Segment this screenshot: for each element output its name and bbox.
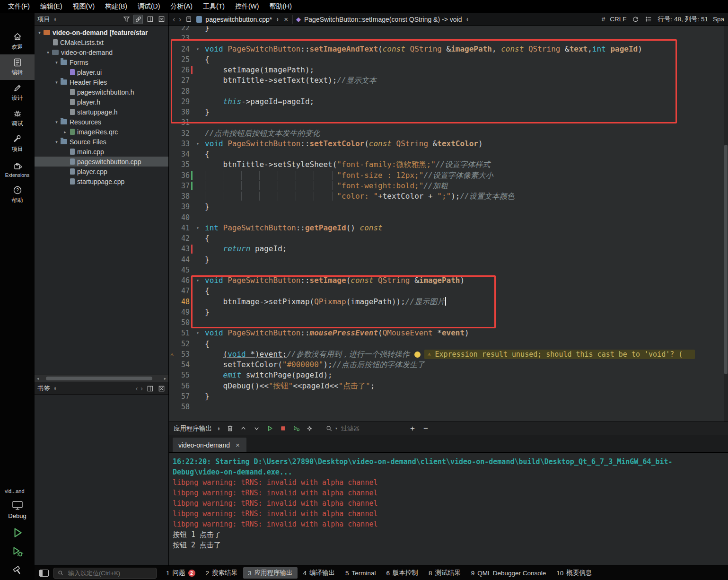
lightbulb-icon[interactable] (414, 352, 421, 358)
tree-item[interactable]: main.cpp (35, 147, 168, 157)
code-editor[interactable]: 22}2324▾void PageSwitchButton::setImageA… (169, 26, 728, 422)
prev-item-icon[interactable] (239, 424, 247, 433)
menu-item[interactable]: 文件(F) (3, 0, 35, 13)
run-button[interactable] (11, 525, 24, 540)
close-document-icon[interactable]: × (283, 15, 289, 23)
pane-button-6[interactable]: 6版本控制 (382, 567, 423, 579)
tree-expander-icon[interactable]: ▾ (53, 140, 60, 144)
filter-icon[interactable] (122, 15, 131, 24)
code-line[interactable]: 22} (169, 26, 728, 33)
zoom-out-button[interactable]: − (421, 424, 430, 433)
tree-item[interactable]: CMakeLists.txt (35, 37, 168, 47)
outline-icon[interactable] (644, 15, 653, 24)
pane-combo-icon[interactable] (53, 18, 57, 21)
fold-marker-icon[interactable]: ▾ (194, 44, 202, 54)
code-line[interactable]: 50 (169, 317, 728, 328)
symbol-selector[interactable]: PageSwitchButton::setImage(const QString… (304, 16, 462, 23)
bookmarks-pane-title[interactable]: 书签 (37, 384, 50, 393)
next-bookmark-icon[interactable]: › (140, 385, 143, 392)
tree-expander-icon[interactable]: ▾ (53, 120, 60, 124)
code-line[interactable]: 39} (169, 202, 728, 212)
close-tab-icon[interactable]: × (235, 441, 241, 449)
tree-item[interactable]: ▾Resources (35, 117, 168, 127)
code-line[interactable]: 54 setTextColor("#000000");//点击后按钮的字体发生了 (169, 360, 728, 370)
pane-button-10[interactable]: 10概要信息 (552, 567, 596, 579)
split-icon[interactable] (146, 384, 154, 393)
tree-item[interactable]: startuppage.cpp (35, 176, 168, 186)
run-icon[interactable] (265, 424, 274, 433)
code-line[interactable]: 52{ (169, 339, 728, 349)
tree-expander-icon[interactable]: ▾ (53, 80, 60, 85)
tree-item[interactable]: ▾Forms (35, 57, 168, 67)
code-line[interactable]: 42{ (169, 233, 728, 244)
code-line[interactable]: 32//点击按钮后按钮文本发生的变化 (169, 128, 728, 139)
fold-marker-icon[interactable]: ▾ (194, 223, 202, 233)
pane-button-5[interactable]: 5Terminal (341, 567, 381, 579)
code-line[interactable]: 45 (169, 265, 728, 275)
tree-expander-icon[interactable]: ▾ (36, 30, 43, 35)
pane-button-3[interactable]: 3应用程序输出 (243, 567, 298, 579)
code-line[interactable]: 26 setImage(imagePath); (169, 65, 728, 75)
code-line[interactable]: 24▾void PageSwitchButton::setImageAndTex… (169, 44, 728, 54)
code-line[interactable]: 47{ (169, 286, 728, 296)
output-filter[interactable]: ▾ (326, 424, 403, 432)
line-ending-selector[interactable]: CRLF (610, 16, 626, 23)
tree-expander-icon[interactable]: ▸ (62, 130, 68, 134)
code-line[interactable]: 37 "font-weight:bold;"//加粗 (169, 181, 728, 191)
tree-item[interactable]: pageswitchbutton.h (35, 87, 168, 97)
code-line[interactable]: 57} (169, 391, 728, 402)
code-line[interactable]: 29 this->pageId=pageId; (169, 97, 728, 107)
menu-item[interactable]: 分析(A) (165, 0, 198, 13)
code-line[interactable]: 27 btnTittle->setText(text);//显示文本 (169, 75, 728, 86)
clear-output-icon[interactable] (226, 424, 234, 433)
menu-item[interactable]: 工具(T) (198, 0, 230, 13)
tree-item[interactable]: ▾Header Files (35, 77, 168, 87)
pane-button-4[interactable]: 4编译输出 (298, 567, 340, 579)
code-line[interactable]: 49} (169, 307, 728, 317)
scroll-right-icon[interactable]: ▸ (162, 376, 168, 381)
mode-debug[interactable]: 调试 (0, 105, 35, 131)
locator-input[interactable] (67, 569, 145, 577)
locator[interactable] (53, 568, 157, 579)
menu-item[interactable]: 调试(D) (132, 0, 165, 13)
close-pane-icon[interactable] (157, 15, 166, 24)
menu-item[interactable]: 编辑(E) (35, 0, 68, 13)
menu-item[interactable]: 视图(V) (68, 0, 100, 13)
symbol-dropdown-icon[interactable] (465, 18, 469, 21)
code-line[interactable]: 51▾void PageSwitchButton::mousePressEven… (169, 328, 728, 338)
settings-gear-icon[interactable] (305, 424, 314, 433)
sync-icon[interactable] (631, 15, 640, 24)
cursor-position-label[interactable]: 行号: 48, 列号: 51 (658, 15, 708, 24)
code-line[interactable]: 56 qDebug()<<"按钮"<<pageId<<"点击了"; (169, 381, 728, 391)
code-line[interactable]: 25{ (169, 54, 728, 65)
tree-item[interactable]: ▸imageRes.qrc (35, 127, 168, 137)
fold-marker-icon[interactable]: ▾ (194, 275, 202, 286)
mode-help[interactable]: ? 帮助 (0, 182, 35, 208)
output-text[interactable]: 16:22:20: Starting D:\Users\27890\Deskto… (169, 453, 728, 565)
mode-edit[interactable]: 编辑 (0, 54, 35, 80)
build-button[interactable] (12, 563, 23, 578)
code-line[interactable]: 44} (169, 255, 728, 265)
pane-combo-icon[interactable] (53, 387, 57, 390)
hash-button[interactable]: # (602, 16, 605, 23)
code-line[interactable]: 58 (169, 402, 728, 412)
code-line[interactable]: 46▾void PageSwitchButton::setImage(const… (169, 275, 728, 286)
tree-item[interactable]: player.cpp (35, 167, 168, 176)
fold-marker-icon[interactable]: ▾ (194, 328, 202, 338)
pane-button-1[interactable]: 1问题2 (161, 567, 200, 579)
mode-welcome[interactable]: 欢迎 (0, 29, 35, 54)
editor-vscrollbar[interactable] (724, 26, 728, 422)
code-line[interactable]: 38 "color: "+textColor + ";");//设置文本颜色 (169, 191, 728, 202)
open-documents-icon[interactable] (184, 15, 193, 24)
debug-run-button[interactable] (11, 544, 24, 559)
code-line[interactable]: 36 "font-size : 12px;"//设置字体像素大小 (169, 170, 728, 181)
mode-design[interactable]: 设计 (0, 80, 35, 105)
tree-item[interactable]: player.h (35, 97, 168, 107)
code-line[interactable]: 28 (169, 86, 728, 97)
tree-item[interactable]: startuppage.h (35, 107, 168, 117)
split-icon[interactable] (146, 15, 154, 24)
code-line[interactable]: 23 (169, 33, 728, 44)
scroll-left-icon[interactable]: ◂ (35, 376, 41, 381)
code-line[interactable]: 34{ (169, 149, 728, 159)
mode-projects[interactable]: 项目 (0, 131, 35, 157)
